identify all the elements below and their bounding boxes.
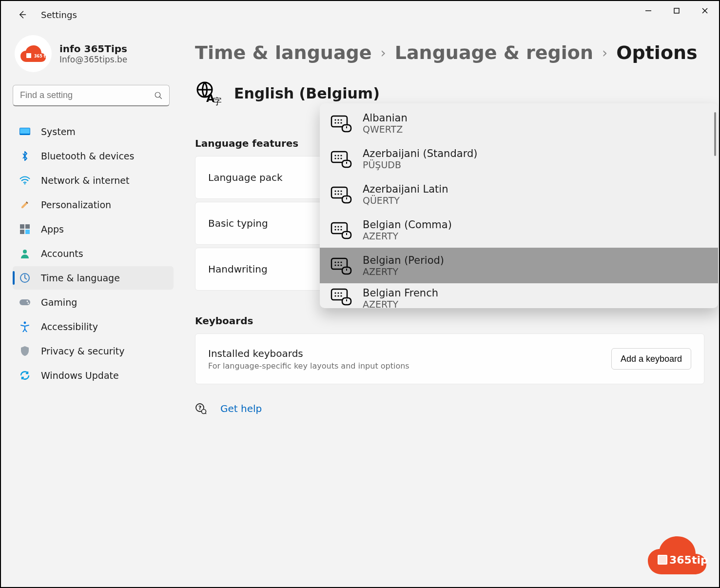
- sidebar-item-accounts[interactable]: Accounts: [13, 242, 174, 265]
- svg-text:365tips: 365tips: [669, 554, 708, 566]
- gamepad-icon: [19, 298, 31, 306]
- sidebar-item-time-language[interactable]: Time & language: [13, 266, 174, 290]
- update-icon: [19, 370, 31, 381]
- svg-rect-13: [20, 230, 24, 234]
- sidebar-item-windows-update[interactable]: Windows Update: [13, 364, 174, 387]
- help-icon: ?: [195, 403, 207, 414]
- paintbrush-icon: [19, 199, 31, 210]
- breadcrumb-part[interactable]: Language & region: [395, 42, 593, 63]
- accessibility-icon: [19, 321, 31, 332]
- svg-point-74: [334, 292, 336, 294]
- wifi-icon: [19, 176, 31, 185]
- svg-rect-11: [20, 224, 24, 229]
- svg-point-40: [340, 155, 342, 156]
- svg-point-56: [334, 226, 336, 227]
- svg-point-68: [334, 264, 336, 266]
- svg-rect-4: [26, 53, 31, 58]
- dropdown-item-layout: QWERTZ: [363, 124, 408, 135]
- dropdown-item[interactable]: Azerbaijani Latin QÜERTY: [320, 176, 718, 212]
- sidebar: 365 tips info 365Tips Info@365tips.be Sy…: [1, 28, 181, 587]
- sidebar-item-label: Network & internet: [41, 175, 129, 186]
- dropdown-item[interactable]: Belgian (Period) AZERTY: [320, 248, 718, 283]
- installed-keyboards-title: Installed keyboards: [208, 348, 409, 359]
- chevron-right-icon: ›: [602, 45, 607, 61]
- svg-point-49: [340, 190, 342, 192]
- svg-point-15: [23, 250, 27, 254]
- search-container: [13, 85, 170, 106]
- globe-clock-icon: [19, 273, 31, 283]
- svg-point-20: [24, 322, 26, 324]
- sidebar-item-label: Time & language: [41, 273, 120, 283]
- dropdown-item[interactable]: Belgian (Comma) AZERTY: [320, 212, 718, 248]
- sidebar-item-network[interactable]: Network & internet: [13, 169, 174, 192]
- svg-point-30: [337, 119, 339, 120]
- bluetooth-icon: [19, 151, 31, 161]
- window-caption: Settings: [41, 10, 77, 20]
- close-button[interactable]: [691, 1, 719, 20]
- sidebar-item-personalization[interactable]: Personalization: [13, 193, 174, 216]
- sidebar-nav: System Bluetooth & devices Network & int…: [13, 120, 174, 387]
- dropdown-item-layout: AZERTY: [363, 299, 438, 308]
- dropdown-item[interactable]: Albanian QWERTZ: [320, 105, 718, 141]
- watermark-logo: 365tips: [646, 534, 708, 576]
- minimize-button[interactable]: [634, 1, 662, 20]
- breadcrumb: Time & language › Language & region › Op…: [195, 42, 704, 63]
- dropdown-scrollbar[interactable]: [714, 112, 716, 156]
- svg-point-65: [334, 261, 336, 263]
- svg-point-31: [340, 119, 342, 120]
- breadcrumb-part[interactable]: Time & language: [195, 42, 372, 63]
- apps-icon: [19, 224, 31, 234]
- svg-point-33: [337, 122, 339, 123]
- sidebar-item-privacy[interactable]: Privacy & security: [13, 339, 174, 363]
- chevron-right-icon: ›: [381, 45, 386, 61]
- get-help-link[interactable]: Get help: [220, 403, 262, 414]
- account-name: info 365Tips: [59, 43, 127, 55]
- svg-point-19: [28, 303, 29, 304]
- titlebar: Settings: [1, 1, 719, 28]
- keyboard-icon: [331, 287, 352, 306]
- dropdown-item-name: Albanian: [363, 112, 408, 124]
- svg-point-67: [340, 261, 342, 263]
- svg-point-38: [334, 155, 336, 156]
- maximize-button[interactable]: [662, 1, 691, 20]
- svg-line-27: [205, 413, 206, 414]
- sidebar-item-accessibility[interactable]: Accessibility: [13, 315, 174, 338]
- svg-point-52: [340, 193, 342, 195]
- sidebar-item-bluetooth[interactable]: Bluetooth & devices: [13, 144, 174, 168]
- svg-rect-14: [25, 230, 30, 234]
- dropdown-item-layout: PÜŞUDB: [363, 159, 477, 170]
- card-label: Basic typing: [208, 217, 268, 229]
- account-block[interactable]: 365 tips info 365Tips Info@365tips.be: [13, 35, 174, 72]
- back-button[interactable]: [14, 6, 30, 23]
- dropdown-item-layout: QÜERTY: [363, 195, 448, 206]
- svg-point-61: [340, 229, 342, 230]
- sidebar-item-system[interactable]: System: [13, 120, 174, 143]
- search-icon: [154, 91, 163, 100]
- card-label: Handwriting: [208, 263, 268, 275]
- svg-rect-1: [674, 8, 679, 13]
- keyboard-icon: [331, 185, 352, 204]
- dropdown-item[interactable]: Azerbaijani (Standard) PÜŞUDB: [320, 141, 718, 176]
- add-keyboard-button[interactable]: Add a keyboard: [611, 348, 691, 370]
- dropdown-item-name: Belgian (Period): [363, 255, 444, 266]
- svg-point-77: [334, 295, 336, 296]
- search-input[interactable]: [13, 85, 170, 106]
- sidebar-item-label: Personalization: [41, 199, 111, 210]
- keyboard-layout-dropdown[interactable]: Albanian QWERTZ Azerbaijani (Standard) P…: [320, 103, 718, 308]
- sidebar-item-apps[interactable]: Apps: [13, 217, 174, 241]
- breadcrumb-current: Options: [616, 42, 697, 63]
- window-controls: [634, 1, 719, 20]
- installed-keyboards-sub: For language-specific key layouts and in…: [208, 361, 409, 371]
- sidebar-item-label: Privacy & security: [41, 346, 125, 356]
- dropdown-item[interactable]: Belgian French AZERTY: [320, 283, 718, 308]
- sidebar-item-gaming[interactable]: Gaming: [13, 291, 174, 314]
- svg-point-10: [24, 183, 26, 185]
- svg-point-78: [337, 295, 339, 296]
- account-email: Info@365tips.be: [59, 55, 127, 64]
- svg-point-32: [334, 122, 336, 123]
- svg-point-18: [27, 301, 28, 302]
- sidebar-item-label: Apps: [41, 224, 64, 235]
- svg-rect-84: [659, 556, 666, 564]
- cloud-logo-icon: 365 tips: [19, 44, 47, 63]
- shield-icon: [19, 346, 31, 356]
